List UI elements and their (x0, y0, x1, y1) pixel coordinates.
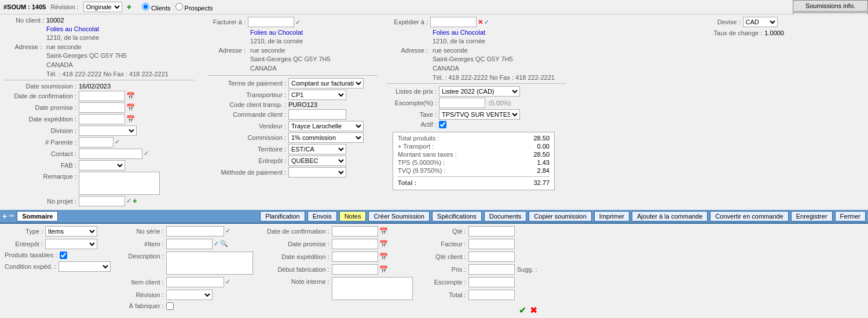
escompte-line-input[interactable] (468, 277, 515, 287)
qte-client-input[interactable] (468, 252, 515, 262)
date-exped-label: Date expédition : (3, 116, 79, 123)
terme-label: Terme de paiement : (207, 80, 288, 87)
no-projet-check-icon[interactable]: ✓ (126, 197, 131, 205)
condition-exped-label: Condition expéd. : (5, 263, 58, 270)
ajouter-commande-tab[interactable]: Ajouter à la commande (632, 211, 708, 221)
entrepot-select-mid[interactable]: QUÉBEC (288, 156, 346, 166)
date-promise-line-input[interactable]: 16/02/2023 (332, 239, 378, 249)
clients-radio[interactable] (142, 3, 149, 10)
transporteur-select[interactable]: CP1 (288, 90, 346, 100)
copier-soumission-tab[interactable]: Copier soumission (529, 211, 591, 221)
entrepot-line-select[interactable] (45, 239, 97, 249)
no-serie-input[interactable] (166, 226, 224, 236)
line-cancel-icon[interactable]: ✖ (530, 305, 537, 316)
facteur-input[interactable] (468, 239, 515, 249)
contact-check-icon[interactable]: ✓ (144, 150, 149, 157)
date-conf-line-input[interactable]: 16/02/2023 (332, 226, 378, 236)
terme-select[interactable]: Comptant sur facturation (288, 78, 364, 88)
division-select[interactable] (79, 125, 137, 136)
facturer-input[interactable]: 10002 (248, 17, 294, 27)
item-client-label: Item client : (120, 279, 166, 286)
territoire-select[interactable]: EST/CA (288, 144, 346, 154)
devise-select[interactable]: CAD (743, 17, 778, 27)
no-serie-check-icon[interactable]: ✓ (225, 227, 230, 235)
contact-input[interactable]: Fleury Albert (79, 149, 142, 159)
date-promise-line-cal-icon[interactable]: 📅 (379, 240, 388, 248)
date-conf-line-label: Date de confirmation : (262, 228, 332, 235)
no-client-label: No client : (3, 17, 44, 24)
item-check-icon[interactable]: ✓ (214, 240, 219, 247)
line-items-form: Type : Items Entrepôt : Produits taxable… (0, 224, 868, 318)
item-input[interactable] (166, 239, 213, 249)
debut-fab-input[interactable]: 16/02/2023 (332, 264, 378, 275)
note-interne-textarea[interactable] (332, 277, 413, 300)
revision-line-select[interactable] (166, 290, 213, 300)
expedier-x-icon[interactable]: ✕ (478, 19, 483, 26)
qte-input[interactable] (468, 226, 515, 236)
enregistrer-tab[interactable]: Enregistrer (791, 211, 833, 221)
taxe-select[interactable]: TPS/TVQ SUR VENTES (439, 109, 520, 120)
imprimer-tab[interactable]: Imprimer (594, 211, 629, 221)
condition-exped-select[interactable] (58, 261, 111, 272)
date-exped-line-input[interactable]: 16/02/2023 (332, 252, 378, 262)
green-plus-top[interactable]: + (127, 2, 131, 12)
escompte-pct-input[interactable]: 5.00 (439, 98, 485, 108)
item-search-icon[interactable]: 🔍 (220, 240, 228, 247)
description-textarea[interactable] (166, 252, 253, 275)
listes-select[interactable]: Listee 2022 (CAD) (439, 86, 520, 97)
convertir-commande-tab[interactable]: Convertir en commande (710, 211, 788, 221)
expedier-input[interactable]: 10002 (430, 17, 477, 27)
expedier-check-icon[interactable]: ✓ (484, 19, 489, 26)
notes-tab[interactable]: Notes (339, 211, 367, 221)
code-transp-value: PURO123 (288, 101, 317, 108)
creer-soumission-tab[interactable]: Créer Soumission (368, 211, 429, 221)
date-exped-input[interactable]: 16/02/2023 (79, 114, 125, 124)
add-row-plus-icon[interactable]: + (2, 212, 7, 221)
planification-tab[interactable]: Planification (260, 211, 305, 221)
revision-label: Révision : (50, 3, 78, 10)
actif-label: Actif : (387, 121, 439, 128)
date-conf-line-cal-icon[interactable]: 📅 (379, 227, 388, 235)
date-exped-line-cal-icon[interactable]: 📅 (379, 253, 388, 261)
total-produits-value: 28.50 (515, 135, 550, 142)
revision-select[interactable]: Originale (83, 2, 122, 12)
sommaire-button[interactable]: Sommaire (17, 211, 58, 221)
commission-select[interactable]: 1% commission (288, 132, 364, 143)
envois-tab[interactable]: Envois (307, 211, 337, 221)
soum-title: #SOUM : 1405 (3, 3, 46, 10)
fermer-tab[interactable]: Fermer (835, 211, 866, 221)
prix-input[interactable] (468, 264, 515, 275)
taux-value: 1.0000 (764, 29, 784, 36)
type-select[interactable]: Items (45, 226, 97, 236)
expedier-label: Expédier à : (387, 19, 430, 25)
soumissions-info-button[interactable]: Soumissions info. (793, 0, 868, 12)
produits-taxables-checkbox[interactable] (60, 252, 67, 259)
vendeur-select[interactable]: Trayce Larochelle (288, 121, 364, 131)
specifications-tab[interactable]: Spécifications (432, 211, 482, 221)
parent-check-icon[interactable]: ✓ (115, 138, 120, 146)
date-promise-calendar-icon[interactable]: 📅 (126, 103, 135, 112)
pencil-icon[interactable]: ✏ (9, 212, 14, 220)
commande-client-input[interactable] (288, 109, 346, 120)
escompte-pct-label: Escompte(%) : (387, 99, 439, 106)
date-promise-input[interactable]: 16/02/2023 (79, 102, 125, 113)
methode-select[interactable] (288, 167, 346, 178)
total-line-input[interactable] (468, 290, 515, 300)
documents-tab[interactable]: Documents (484, 211, 527, 221)
facturer-check-icon[interactable]: ✓ (295, 19, 301, 26)
item-client-input[interactable] (166, 277, 224, 287)
date-conf-calendar-icon[interactable]: 📅 (126, 92, 135, 100)
item-client-check-icon[interactable]: ✓ (225, 278, 230, 286)
date-exped-calendar-icon[interactable]: 📅 (126, 115, 135, 123)
parent-input[interactable]: 1405 (79, 137, 113, 147)
actif-checkbox[interactable] (439, 121, 446, 128)
no-projet-plus-icon[interactable]: + (133, 197, 137, 205)
no-projet-input[interactable] (79, 196, 125, 206)
date-conf-input[interactable]: 16/02/2023 (79, 91, 125, 101)
prospects-radio[interactable] (175, 3, 183, 10)
debut-fab-cal-icon[interactable]: 📅 (379, 265, 388, 273)
line-ok-icon[interactable]: ✔ (519, 305, 526, 316)
fab-select[interactable] (79, 160, 125, 171)
remarque-textarea[interactable] (79, 172, 160, 195)
a-fabriquer-checkbox[interactable] (166, 302, 174, 310)
